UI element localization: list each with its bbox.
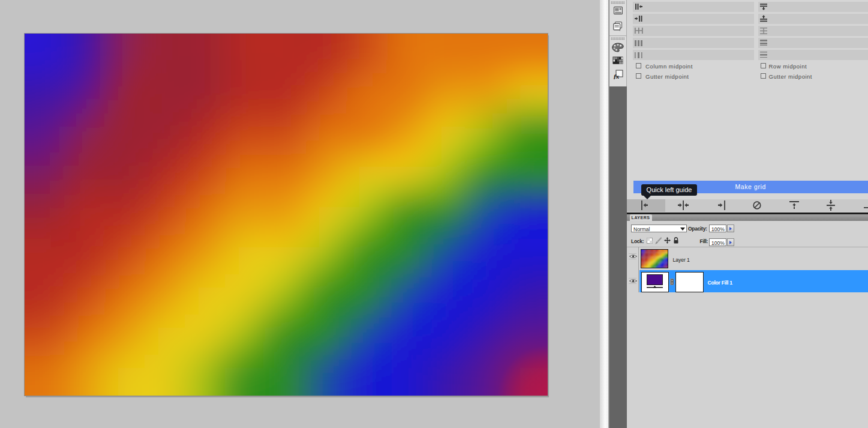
svg-text:fx: fx	[614, 73, 620, 80]
